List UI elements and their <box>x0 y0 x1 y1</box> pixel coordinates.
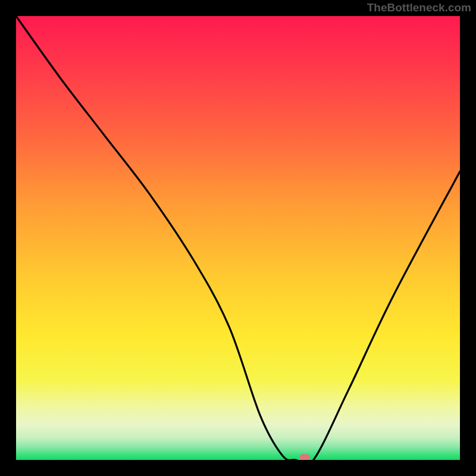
heatmap-gradient <box>16 16 460 460</box>
optimum-marker-icon <box>299 454 310 460</box>
attribution-text: TheBottleneck.com <box>367 1 471 14</box>
plot-area <box>16 16 460 460</box>
chart-container: TheBottleneck.com <box>0 0 476 476</box>
